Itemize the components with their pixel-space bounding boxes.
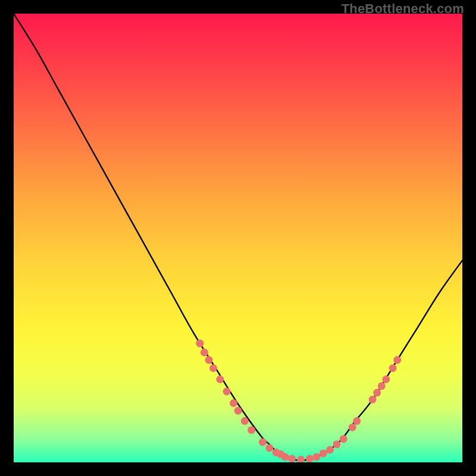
- data-marker: [196, 340, 203, 347]
- data-marker: [201, 349, 208, 356]
- data-marker: [313, 453, 321, 461]
- watermark-text: TheBottleneck.com: [342, 1, 464, 17]
- data-marker: [382, 375, 390, 383]
- data-marker: [340, 435, 347, 443]
- data-marker: [369, 396, 377, 403]
- data-marker: [259, 439, 267, 446]
- data-marker: [349, 424, 356, 431]
- data-marker: [333, 440, 340, 448]
- data-marker: [393, 356, 401, 364]
- data-marker: [373, 389, 381, 397]
- data-marker: [378, 382, 386, 390]
- data-marker: [216, 375, 224, 383]
- data-marker: [389, 364, 397, 372]
- data-marker: [281, 453, 289, 461]
- data-marker: [297, 456, 305, 462]
- data-marker: [326, 446, 334, 453]
- data-marker: [265, 444, 273, 452]
- data-marker: [205, 356, 213, 364]
- plot-area: [14, 14, 462, 462]
- data-marker: [209, 364, 217, 372]
- data-marker: [248, 426, 255, 434]
- chart-frame: TheBottleneck.com: [0, 0, 476, 476]
- data-marker: [230, 399, 237, 407]
- data-marker: [306, 455, 314, 463]
- data-marker: [353, 417, 361, 425]
- data-marker: [234, 407, 242, 415]
- data-marker: [320, 449, 327, 457]
- marker-group: [196, 340, 401, 462]
- chart-svg: [14, 14, 462, 462]
- data-marker: [241, 417, 249, 425]
- bottleneck-curve: [14, 14, 462, 461]
- data-marker: [288, 455, 296, 463]
- data-marker: [223, 387, 231, 395]
